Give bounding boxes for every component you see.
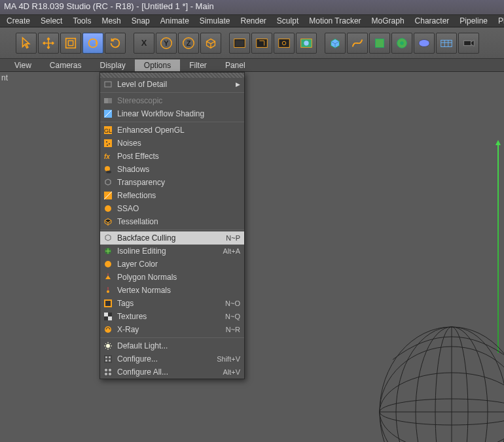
render-manager[interactable] (296, 33, 317, 54)
menu-item-ssao[interactable]: SSAO (100, 202, 244, 215)
svg-rect-32 (108, 98, 112, 103)
svg-text:X: X (141, 37, 147, 47)
axis-z-toggle[interactable]: Z (178, 33, 199, 54)
menu-plugins[interactable]: Plugins (493, 15, 504, 27)
menu-item-default-light[interactable]: Default Light... (100, 339, 244, 352)
menu-item-shadows[interactable]: Shadows (100, 163, 244, 176)
submenu-arrow-icon: ▶ (236, 81, 240, 88)
menu-select[interactable]: Select (35, 15, 67, 27)
menu-item-enhanced-opengl[interactable]: GLEnhanced OpenGL (100, 124, 244, 137)
menu-mograph[interactable]: MoGraph (367, 15, 410, 27)
menu-item-label: Enhanced OpenGL (117, 126, 240, 135)
dropdown-drag-handle[interactable] (100, 73, 244, 78)
menu-item-label: Vertex Normals (117, 286, 240, 295)
menu-item-x-ray[interactable]: X-RayN~R (100, 323, 244, 336)
tool-rotate[interactable] (82, 33, 103, 54)
svg-point-42 (106, 171, 111, 173)
svg-point-17 (400, 41, 404, 45)
render-settings[interactable] (274, 33, 295, 54)
menu-item-tessellation[interactable]: Tessellation (100, 215, 244, 228)
menu-item-label: Tags (117, 299, 220, 308)
viewport[interactable]: nt (0, 72, 504, 442)
menu-item-label: Default Light... (117, 341, 240, 350)
tab-view[interactable]: View (5, 60, 41, 71)
add-camera[interactable] (436, 33, 457, 54)
tab-display[interactable]: Display (90, 60, 134, 71)
svg-point-46 (105, 261, 111, 267)
menu-item-linear-workflow-shading[interactable]: Linear Workflow Shading (100, 107, 244, 120)
menu-item-post-effects[interactable]: fxPost Effects (100, 150, 244, 163)
render-region[interactable] (251, 33, 272, 54)
menu-simulate[interactable]: Simulate (194, 15, 236, 27)
svg-point-44 (105, 205, 111, 212)
tab-panel[interactable]: Panel (216, 60, 255, 71)
menu-item-reflections[interactable]: Reflections (100, 189, 244, 202)
menu-item-transparency[interactable]: Transparency (100, 176, 244, 189)
polygon-normals-icon (103, 272, 113, 282)
menu-sculpt[interactable]: Sculpt (272, 15, 304, 27)
axis-y-toggle[interactable]: Y (156, 33, 177, 54)
menu-snap[interactable]: Snap (126, 15, 155, 27)
default-light-icon (103, 341, 113, 351)
add-environment[interactable] (414, 33, 435, 54)
menu-item-label: Reflections (117, 191, 240, 200)
menu-item-label: Stereoscopic (117, 96, 240, 105)
main-toolbar: X Y Z (0, 27, 504, 59)
menu-animate[interactable]: Animate (155, 15, 194, 27)
ssao-icon (103, 203, 113, 214)
svg-rect-63 (105, 369, 107, 371)
menu-render[interactable]: Render (236, 15, 272, 27)
svg-rect-66 (109, 373, 111, 375)
menu-item-stereoscopic: Stereoscopic (100, 94, 244, 107)
menu-item-noises[interactable]: Noises (100, 137, 244, 150)
isoline-editing-icon (103, 246, 113, 256)
svg-rect-57 (104, 355, 112, 363)
menu-motion-tracker[interactable]: Motion Tracker (304, 15, 366, 27)
menu-item-vertex-normals[interactable]: Vertex Normals (100, 284, 244, 297)
menu-item-configure-all[interactable]: Configure All...Alt+V (100, 366, 244, 379)
menu-item-level-of-detail[interactable]: Level of Detail▶ (100, 78, 244, 91)
svg-text:GL: GL (104, 128, 112, 134)
menu-item-configure[interactable]: Configure...Shift+V (100, 352, 244, 366)
menu-item-layer-color[interactable]: Layer Color (100, 258, 244, 271)
add-light[interactable] (458, 33, 479, 54)
menu-item-label: Shadows (117, 165, 240, 174)
menu-character[interactable]: Character (410, 15, 455, 27)
menu-item-label: Level of Detail (117, 80, 232, 89)
vertex-normals-icon (103, 285, 113, 296)
render-view[interactable] (229, 33, 250, 54)
tool-rotate-alt[interactable] (105, 33, 126, 54)
menu-item-isoline-editing[interactable]: Isoline EditingAlt+A (100, 245, 244, 258)
menu-tools[interactable]: Tools (67, 15, 96, 27)
titlebar: MA 4D R18.039 Studio (RC - R18) - [Untit… (0, 0, 504, 14)
add-deformer[interactable] (391, 33, 412, 54)
tab-filter[interactable]: Filter (180, 60, 216, 71)
tab-options[interactable]: Options (135, 60, 180, 71)
add-generator[interactable] (369, 33, 390, 54)
coord-system[interactable] (200, 33, 221, 54)
menu-item-polygon-normals[interactable]: Polygon Normals (100, 271, 244, 284)
svg-point-14 (304, 41, 308, 45)
add-cube[interactable] (325, 33, 346, 54)
textures-icon (103, 311, 113, 322)
svg-point-39 (107, 144, 108, 146)
svg-point-38 (109, 143, 110, 144)
tool-scale[interactable] (60, 33, 81, 54)
menu-item-textures[interactable]: TexturesN~Q (100, 310, 244, 323)
svg-text:fx: fx (104, 153, 110, 160)
svg-rect-61 (109, 360, 111, 362)
tool-move[interactable] (38, 33, 59, 54)
menu-item-tags[interactable]: TagsN~O (100, 297, 244, 310)
menu-create[interactable]: Create (1, 15, 35, 27)
svg-point-37 (106, 141, 107, 143)
tool-cursor[interactable] (16, 33, 37, 54)
add-spline[interactable] (347, 33, 368, 54)
svg-rect-11 (279, 39, 290, 47)
menu-item-backface-culling[interactable]: Backface CullingN~P (100, 231, 244, 245)
wireframe-sphere (373, 320, 504, 442)
menu-pipeline[interactable]: Pipeline (454, 15, 493, 27)
svg-rect-54 (108, 316, 112, 320)
menu-mesh[interactable]: Mesh (96, 15, 126, 27)
axis-x-toggle[interactable]: X (134, 33, 154, 54)
tab-cameras[interactable]: Cameras (41, 60, 91, 71)
